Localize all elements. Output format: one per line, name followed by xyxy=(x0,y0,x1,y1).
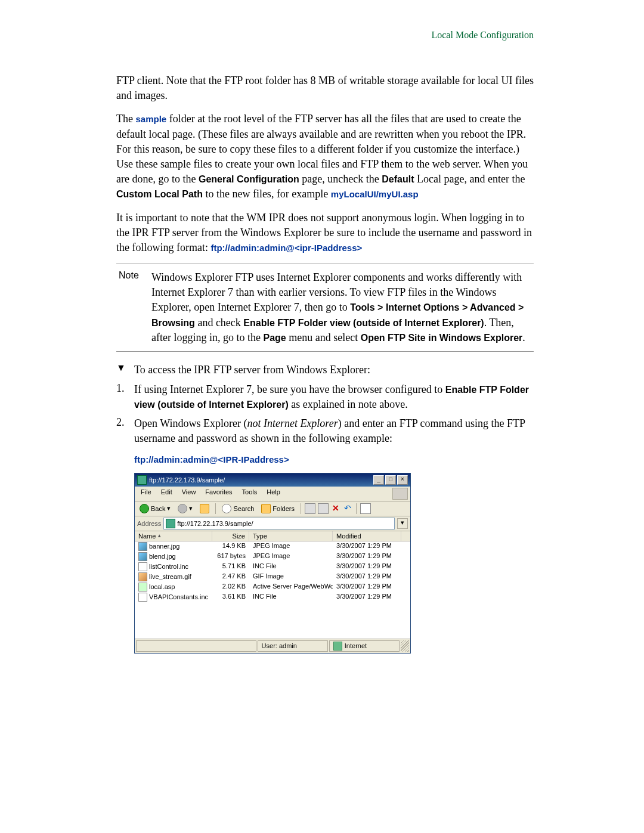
file-size: 2.47 KB xyxy=(212,572,249,582)
address-label: Address xyxy=(137,520,161,527)
file-name: live_stream.gif xyxy=(149,573,191,580)
back-button[interactable]: Back ▾ xyxy=(137,503,173,514)
file-name: listControl.inc xyxy=(149,563,188,570)
file-type: JPEG Image xyxy=(249,541,333,552)
internet-icon xyxy=(333,642,342,651)
file-type: INC File xyxy=(249,562,333,572)
step-2: 2. Open Windows Explorer (not Internet E… xyxy=(116,416,534,446)
folders-button[interactable]: Folders xyxy=(259,503,297,514)
menu-view[interactable]: View xyxy=(178,488,200,500)
menu-favorites[interactable]: Favorites xyxy=(202,488,236,500)
menu-edit[interactable]: Edit xyxy=(157,488,176,500)
sort-asc-icon: ▲ xyxy=(157,533,162,538)
step-1: 1. If using Internet Explorer 7, be sure… xyxy=(116,382,534,412)
column-size[interactable]: Size xyxy=(212,531,249,541)
window-title: ftp://172.22.173.9/sample/ xyxy=(149,476,225,484)
resize-grip-icon[interactable] xyxy=(401,640,409,652)
toolbar: Back ▾ ▾ Search Folders ✕ ↶ xyxy=(135,501,410,516)
forward-button[interactable]: ▾ xyxy=(175,503,195,514)
file-type: INC File xyxy=(249,592,333,602)
file-modified: 3/30/2007 1:29 PM xyxy=(333,582,401,592)
status-pane-1 xyxy=(136,640,256,652)
file-modified: 3/30/2007 1:29 PM xyxy=(333,552,401,562)
note-content: Windows Explorer FTP uses Internet Explo… xyxy=(151,270,531,345)
search-button[interactable]: Search xyxy=(219,503,256,514)
ftp-example-link: ftp://admin:admin@<IPR-IPaddress> xyxy=(134,454,534,465)
file-row[interactable]: local.asp2.02 KBActive Server Page/WebWo… xyxy=(135,582,410,592)
menu-file[interactable]: File xyxy=(137,488,155,500)
window-icon xyxy=(137,475,147,485)
file-size: 5.71 KB xyxy=(212,562,249,572)
delete-icon[interactable]: ✕ xyxy=(331,504,340,513)
file-icon xyxy=(138,552,147,561)
sample-code: sample xyxy=(135,114,166,124)
file-row[interactable]: banner.jpg14.9 KBJPEG Image3/30/2007 1:2… xyxy=(135,541,410,552)
paragraph-2: The sample folder at the root level of t… xyxy=(116,112,534,202)
file-row[interactable]: live_stream.gif2.47 KBGIF Image3/30/2007… xyxy=(135,572,410,582)
paragraph-3: It is important to note that the WM IPR … xyxy=(116,210,534,256)
file-type: GIF Image xyxy=(249,572,333,582)
search-icon xyxy=(222,504,231,513)
status-zone: Internet xyxy=(329,640,400,652)
file-type: JPEG Image xyxy=(249,552,333,562)
file-icon xyxy=(138,542,147,551)
file-name: banner.jpg xyxy=(149,543,179,550)
file-row[interactable]: VBAPIConstants.inc3.61 KBINC File3/30/20… xyxy=(135,592,410,602)
header-section: Local Mode Configuration xyxy=(116,30,534,41)
note-block: Note Windows Explorer FTP uses Internet … xyxy=(116,264,534,352)
folders-icon xyxy=(261,504,271,513)
file-size: 2.02 KB xyxy=(212,582,249,592)
paragraph-1: FTP client. Note that the FTP root folde… xyxy=(116,73,534,103)
views-icon[interactable] xyxy=(360,503,371,514)
close-button[interactable]: × xyxy=(397,475,408,485)
address-value: ftp://172.22.173.9/sample/ xyxy=(177,520,253,527)
address-field[interactable]: ftp://172.22.173.9/sample/ xyxy=(163,518,395,529)
explorer-window: ftp://172.22.173.9/sample/ _ □ × File Ed… xyxy=(134,473,411,654)
list-header: Name ▲ Size Type Modified xyxy=(135,531,410,541)
windows-logo-icon xyxy=(392,488,408,500)
menubar: File Edit View Favorites Tools Help xyxy=(135,487,410,501)
up-icon xyxy=(200,504,209,513)
address-icon xyxy=(166,519,175,528)
copy-to-icon[interactable] xyxy=(305,503,315,514)
addressbar: Address ftp://172.22.173.9/sample/ ▾ xyxy=(135,516,410,531)
procedure-heading: ▼ To access the IPR FTP server from Wind… xyxy=(116,363,534,377)
file-listview: Name ▲ Size Type Modified banner.jpg14.9… xyxy=(135,531,410,639)
ftp-format: ftp://admin:admin@<ipr-IPaddress> xyxy=(210,243,362,253)
status-user: User: admin xyxy=(258,640,328,652)
file-modified: 3/30/2007 1:29 PM xyxy=(333,572,401,582)
column-type[interactable]: Type xyxy=(249,531,333,541)
file-type: Active Server Page/WebWo... xyxy=(249,582,333,592)
titlebar: ftp://172.22.173.9/sample/ _ □ × xyxy=(135,473,410,487)
file-size: 3.61 KB xyxy=(212,592,249,602)
file-size: 14.9 KB xyxy=(212,541,249,552)
file-row[interactable]: blend.jpg617 bytesJPEG Image3/30/2007 1:… xyxy=(135,552,410,562)
minimize-button[interactable]: _ xyxy=(373,475,384,485)
up-button[interactable] xyxy=(197,503,212,514)
file-icon xyxy=(138,583,147,592)
menu-help[interactable]: Help xyxy=(263,488,284,500)
file-name: local.asp xyxy=(149,583,175,590)
file-modified: 3/30/2007 1:29 PM xyxy=(333,592,401,602)
back-icon xyxy=(140,504,149,513)
menu-tools[interactable]: Tools xyxy=(239,488,261,500)
undo-icon[interactable]: ↶ xyxy=(343,504,352,513)
triangle-icon: ▼ xyxy=(116,363,134,377)
note-label: Note xyxy=(119,270,151,345)
maximize-button[interactable]: □ xyxy=(385,475,396,485)
file-icon xyxy=(138,593,147,602)
forward-icon xyxy=(178,504,187,513)
file-icon xyxy=(138,562,147,571)
statusbar: User: admin Internet xyxy=(135,639,410,653)
file-row[interactable]: listControl.inc5.71 KBINC File3/30/2007 … xyxy=(135,562,410,572)
file-icon xyxy=(138,572,147,581)
file-size: 617 bytes xyxy=(212,552,249,562)
column-modified[interactable]: Modified xyxy=(333,531,401,541)
file-modified: 3/30/2007 1:29 PM xyxy=(333,541,401,552)
file-name: blend.jpg xyxy=(149,553,176,560)
file-name: VBAPIConstants.inc xyxy=(149,593,208,600)
column-name[interactable]: Name ▲ xyxy=(135,531,212,541)
move-to-icon[interactable] xyxy=(318,503,329,514)
file-modified: 3/30/2007 1:29 PM xyxy=(333,562,401,572)
address-dropdown-icon[interactable]: ▾ xyxy=(397,518,408,529)
